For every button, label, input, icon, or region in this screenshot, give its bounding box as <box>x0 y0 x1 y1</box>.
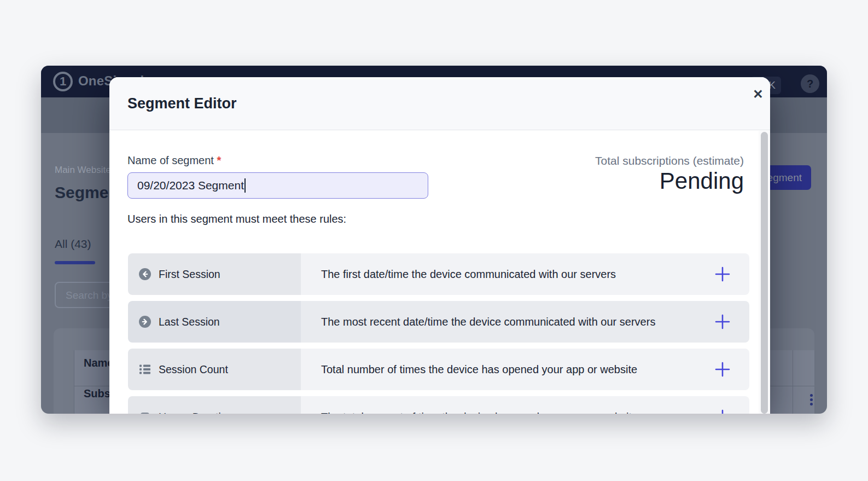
segment-editor-modal: Segment Editor ✕ Name of segment * 09/20… <box>109 77 770 414</box>
tab-all[interactable]: All (43) <box>55 237 91 251</box>
rule-row-first-session[interactable]: First Session The first date/time the de… <box>128 253 749 295</box>
close-icon[interactable]: ✕ <box>748 84 768 104</box>
rule-row-session-count[interactable]: Session Count Total number of times the … <box>128 349 749 390</box>
add-rule-icon[interactable] <box>714 265 731 283</box>
segment-name-input[interactable]: 09/20/2023 Segment <box>127 172 428 199</box>
help-button[interactable]: ? <box>801 74 819 93</box>
session-count-icon <box>139 363 151 375</box>
rule-row-usage-duration[interactable]: Usage Duration The total amount of time … <box>128 396 749 414</box>
name-of-segment-label: Name of segment * <box>127 154 221 167</box>
total-subscriptions-value: Pending <box>660 168 744 194</box>
modal-title: Segment Editor <box>127 77 237 130</box>
add-rule-icon[interactable] <box>714 313 731 331</box>
app-window: 1 OneSignal K ? Main Website App Segment… <box>41 66 827 414</box>
rule-row-last-session[interactable]: Last Session The most recent date/time t… <box>128 301 749 343</box>
modal-body: Name of segment * 09/20/2023 Segment Tot… <box>109 131 770 414</box>
rules-list: First Session The first date/time the de… <box>128 253 749 414</box>
first-session-icon <box>139 268 151 280</box>
modal-header: Segment Editor ✕ <box>109 77 770 130</box>
modal-scrollbar-track[interactable] <box>759 131 770 414</box>
add-rule-icon[interactable] <box>714 361 731 378</box>
add-rule-icon[interactable] <box>714 408 731 414</box>
segment-name-value: 09/20/2023 Segment <box>137 179 244 192</box>
row-kebab-menu-icon[interactable] <box>810 394 813 407</box>
onesignal-logo-icon: 1 <box>53 72 73 91</box>
text-caret <box>244 178 246 193</box>
usage-duration-icon <box>139 411 151 414</box>
table-column-divider <box>793 350 793 414</box>
tab-active-underline <box>55 261 95 264</box>
total-subscriptions-label: Total subscriptions (estimate) <box>595 154 744 167</box>
modal-scrollbar-thumb[interactable] <box>761 132 768 414</box>
last-session-icon <box>139 316 151 328</box>
rules-intro-text: Users in this segment must meet these ru… <box>127 213 346 225</box>
required-asterisk: * <box>217 154 221 166</box>
